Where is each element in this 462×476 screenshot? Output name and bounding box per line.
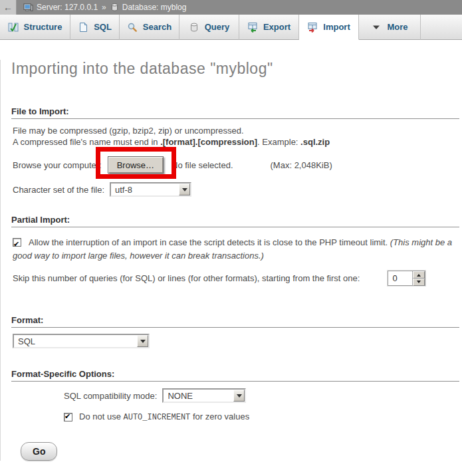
tab-import[interactable]: Import — [299, 15, 359, 40]
browse-button[interactable]: Browse… — [108, 156, 164, 174]
charset-label: Character set of the file: — [13, 185, 104, 195]
tab-label: SQL — [94, 22, 112, 32]
chevron-down-icon — [237, 394, 242, 400]
allow-interruption-checkbox[interactable] — [13, 238, 21, 247]
auto-increment-checkbox[interactable] — [64, 413, 72, 421]
select-dropdown-button[interactable] — [233, 390, 245, 402]
section-heading-partial-import: Partial Import: — [11, 215, 459, 227]
auto-increment-text: Do not use AUTO_INCREMENT for zero value… — [79, 412, 249, 422]
stepper-down-button[interactable] — [413, 279, 425, 286]
breadcrumb-separator: » — [102, 3, 106, 12]
select-dropdown-button[interactable] — [179, 183, 190, 195]
auto-increment-code: AUTO_INCREMENT — [124, 413, 191, 422]
file-hint-format-pattern: .[format].[compression] — [160, 137, 257, 147]
tab-label: Structure — [24, 22, 62, 32]
format-row: SQL — [13, 334, 459, 348]
auto-increment-prefix: Do not use — [79, 412, 124, 421]
tab-sql[interactable]: SQL — [70, 15, 120, 40]
skip-queries-row: Skip this number of queries (for SQL) or… — [13, 271, 459, 286]
stepper-buttons — [412, 271, 425, 285]
tab-bar: Structure SQL Search Query — [0, 15, 462, 40]
tab-search[interactable]: Search — [120, 15, 179, 40]
chevron-down-icon — [182, 188, 187, 194]
charset-row: Character set of the file: utf-8 — [13, 182, 459, 197]
breadcrumb-database[interactable]: Database: myblog — [122, 3, 187, 12]
charset-selected-value: utf-8 — [111, 183, 179, 195]
sql-icon — [78, 22, 88, 33]
file-hint-example: .sql.zip — [300, 137, 330, 147]
format-select[interactable]: SQL — [13, 334, 150, 348]
page-title: Importing into the database "myblog" — [11, 60, 459, 78]
tab-label: Search — [143, 22, 172, 32]
format-selected-value: SQL — [14, 335, 137, 347]
breadcrumb-server[interactable]: Server: 127.0.0.1 — [37, 3, 98, 12]
query-icon — [189, 22, 199, 33]
browse-row: Browse your computer: Browse… No file se… — [13, 156, 459, 174]
no-file-selected-text: No file selected. — [172, 160, 233, 170]
import-icon — [307, 22, 318, 33]
browse-label: Browse your computer: — [13, 160, 102, 170]
export-icon — [247, 22, 258, 33]
chevron-down-icon — [140, 340, 146, 346]
file-hint-line1: File may be compressed (gzip, bzip2, zip… — [13, 126, 244, 136]
skip-queries-label: Skip this number of queries (for SQL) or… — [13, 273, 360, 283]
sql-compatibility-row: SQL compatibility mode: NONE — [64, 388, 459, 403]
allow-interruption-row: Allow the interruption of an import in c… — [13, 236, 457, 263]
stepper-up-button[interactable] — [413, 271, 425, 279]
tab-more[interactable]: More — [359, 15, 421, 40]
file-hint-line2-prefix: A compressed file's name must end in — [13, 137, 160, 147]
server-icon — [23, 3, 33, 13]
tab-query[interactable]: Query — [179, 15, 239, 40]
sql-compatibility-selected-value: NONE — [164, 390, 233, 402]
tab-label: More — [387, 22, 407, 32]
auto-increment-suffix: for zero values — [190, 412, 249, 421]
chevron-up-icon — [417, 272, 421, 277]
database-icon — [110, 3, 119, 12]
tab-structure[interactable]: Structure — [0, 15, 70, 40]
file-hint-line2-mid: . Example: — [257, 137, 300, 147]
section-heading-format-specific-options: Format-Specific Options: — [11, 369, 459, 382]
skip-queries-value[interactable]: 0 — [388, 271, 412, 285]
sql-compatibility-select[interactable]: NONE — [162, 388, 246, 403]
section-heading-format: Format: — [11, 315, 459, 328]
max-size-note: (Max: 2,048KiB) — [271, 160, 332, 170]
tab-label: Query — [205, 22, 230, 32]
select-dropdown-button[interactable] — [137, 335, 148, 347]
search-icon — [127, 22, 138, 33]
sql-compatibility-label: SQL compatibility mode: — [64, 391, 157, 401]
tab-label: Export — [263, 22, 290, 32]
section-heading-file-to-import: File to Import: — [11, 106, 459, 119]
breadcrumb-bar: ← Server: 127.0.0.1 » Database: myblog — [0, 0, 462, 15]
charset-select[interactable]: utf-8 — [110, 182, 191, 197]
back-arrow-button[interactable]: ← — [0, 0, 17, 15]
chevron-down-icon — [417, 281, 421, 285]
structure-icon — [8, 22, 19, 33]
allow-interruption-text: Allow the interruption of an import in c… — [29, 237, 390, 247]
file-hint-text: File may be compressed (gzip, bzip2, zip… — [13, 125, 459, 148]
tab-export[interactable]: Export — [239, 15, 299, 40]
skip-queries-stepper[interactable]: 0 — [388, 271, 425, 286]
tab-label: Import — [323, 22, 350, 32]
go-button[interactable]: Go — [21, 442, 57, 461]
back-arrow-icon: ← — [3, 2, 13, 13]
auto-increment-row: Do not use AUTO_INCREMENT for zero value… — [64, 412, 459, 422]
chevron-down-icon — [371, 22, 382, 33]
main-content: Importing into the database "myblog" Fil… — [0, 60, 462, 461]
tabbar-filler — [421, 15, 462, 40]
